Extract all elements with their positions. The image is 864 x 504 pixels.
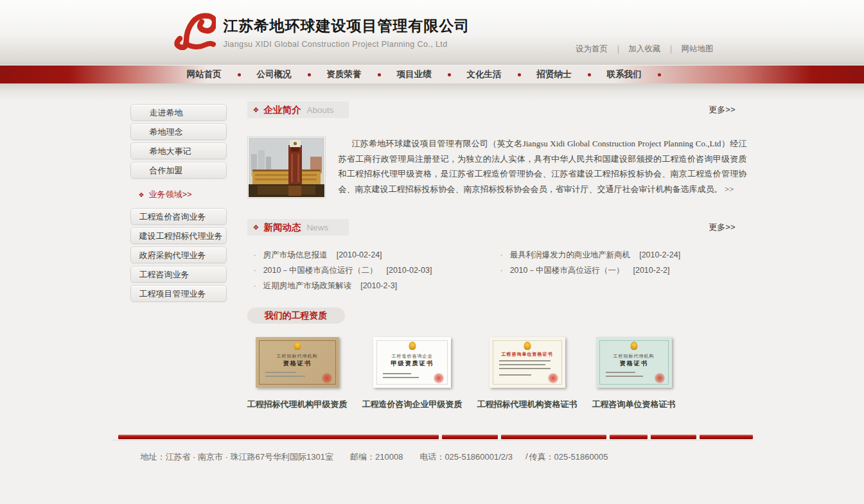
nav-separator-dot [518, 73, 521, 76]
nav-item-recruit[interactable]: 招贤纳士 [537, 69, 607, 80]
news-section-title: 新闻动态 [263, 222, 301, 234]
footer-zip: 邮编：210008 [350, 451, 403, 463]
red-seal-icon [655, 373, 665, 383]
certificate-figure: 工程招标代理机构 资格证书 工程咨询单位资格证书 [592, 337, 676, 410]
bullet-icon: · [500, 266, 503, 275]
top-utility-links: 设为首页 ｜ 加入收藏 ｜ 网站地图 [576, 44, 714, 55]
nav-separator-dot [448, 73, 451, 76]
sidebar-item-project-management[interactable]: 工程项目管理业务 [130, 285, 227, 302]
about-more-link[interactable]: 更多>> [709, 104, 735, 116]
company-logo-icon[interactable] [173, 12, 216, 50]
sidebar-item-bidding-agency[interactable]: 建设工程招标代理业务 [130, 227, 227, 244]
news-column-left: · 房产市场信息报道 [2010-02-24] · 2010－中国楼市高位运行（… [254, 247, 500, 293]
certificate-caption: 工程咨询单位资格证书 [592, 399, 676, 410]
news-column-right: · 最具利润爆发力的商业地产新商机 [2010-2-24] · 2010－中国楼… [500, 247, 747, 293]
nav-separator-dot [308, 73, 311, 76]
certificate-image[interactable]: 工程招标代理机构 资格证书 [596, 337, 672, 388]
main-content: ❖ 企业简介 Abouts 更多>> [247, 101, 747, 410]
news-more-link[interactable]: 更多>> [709, 222, 735, 233]
news-item-title: 近期房地产市场政策解读 [263, 281, 352, 291]
bullet-icon: · [254, 281, 256, 290]
certificates-row: 工程招标代理机构 资格证书 工程招标代理机构甲级资质 工程造价咨询企业 甲级资质… [247, 337, 747, 410]
nav-separator-dot [238, 73, 241, 76]
certificate-caption: 工程招标代理机构甲级资质 [247, 399, 348, 410]
news-item-title: 最具利润爆发力的商业地产新商机 [510, 250, 631, 261]
link-separator: ｜ [667, 44, 674, 55]
sidebar-item-cooperation[interactable]: 合作加盟 [130, 162, 227, 178]
footer-bar-segment [442, 435, 498, 439]
news-item-date: [2010-02-24] [337, 250, 382, 259]
company-name-en: Jiangsu XIDI Global Construction Project… [224, 40, 470, 49]
bullet-icon: · [254, 250, 256, 259]
business-areas-link[interactable]: ❖ 业务领域>> [139, 189, 227, 200]
footer-contact-info: 地址：江苏省 · 南京市 · 珠江路67号华利国际1301室 邮编：210008… [111, 451, 754, 463]
page-footer: 地址：江苏省 · 南京市 · 珠江路67号华利国际1301室 邮编：210008… [0, 435, 864, 463]
main-nav: 网站首页 公司概况 资质荣誉 项目业绩 文化生活 招贤纳士 联系我们 [0, 65, 864, 83]
nav-item-company[interactable]: 公司概况 [257, 69, 327, 80]
footer-bar-segment [501, 435, 606, 439]
nav-separator-dot [658, 73, 661, 76]
nav-item-contact[interactable]: 联系我们 [607, 69, 677, 80]
sidebar-item-engineering-consulting[interactable]: 工程咨询业务 [130, 266, 227, 282]
footer-address: 地址：江苏省 · 南京市 · 珠江路67号华利国际1301室 [141, 451, 334, 463]
footer-bar-segment [651, 435, 696, 439]
sidebar-item-gov-procurement[interactable]: 政府采购代理业务 [130, 247, 227, 263]
diamond-icon: ❖ [139, 191, 145, 198]
sidebar-item-xidi-philosophy[interactable]: 希地理念 [130, 123, 227, 140]
sidebar: 走进希地 希地理念 希地大事记 合作加盟 ❖ 业务领域>> 工程造价咨询业务 建… [130, 101, 227, 410]
sitemap-link[interactable]: 网站地图 [682, 44, 714, 55]
about-section-header: ❖ 企业简介 Abouts 更多>> [247, 101, 747, 118]
footer-phone: 电话：025-51860001/2/3 [419, 451, 513, 463]
company-name-cn: 江苏希地环球建设项目管理有限公司 [224, 16, 470, 36]
certificate-figure: 工程咨询单位资格证书 工程招标代理机构资格证书 [477, 337, 577, 410]
add-favorites-link[interactable]: 加入收藏 [628, 44, 660, 55]
footer-bar-segment [700, 435, 753, 439]
sidebar-item-about-xidi[interactable]: 走进希地 [130, 104, 227, 121]
nav-item-projects[interactable]: 项目业绩 [397, 69, 467, 80]
footer-bar-segment [610, 435, 648, 439]
diamond-icon: ❖ [253, 106, 260, 114]
national-emblem-icon [630, 342, 637, 350]
certificate-image[interactable]: 工程咨询单位资格证书 [489, 337, 565, 388]
page-header: 江苏希地环球建设项目管理有限公司 Jiangsu XIDI Global Con… [0, 0, 864, 65]
news-item[interactable]: · 最具利润爆发力的商业地产新商机 [2010-2-24] [500, 247, 747, 263]
certificate-figure: 工程招标代理机构 资格证书 工程招标代理机构甲级资质 [247, 337, 348, 410]
news-item-date: [2010-2-24] [639, 250, 680, 259]
footer-slash: / [525, 451, 528, 463]
brand-block: 江苏希地环球建设项目管理有限公司 Jiangsu XIDI Global Con… [224, 16, 470, 49]
news-item-date: [2010-2-3] [360, 281, 397, 290]
certificate-image[interactable]: 工程造价咨询企业 甲级资质证书 [373, 337, 451, 388]
national-emblem-icon [409, 342, 416, 350]
news-item-date: [2010-02-03] [386, 266, 432, 275]
nav-item-culture[interactable]: 文化生活 [467, 69, 537, 80]
nav-separator-dot [378, 73, 381, 76]
footer-red-bar [111, 435, 754, 439]
footer-fax: 传真：025-51860005 [529, 451, 608, 463]
qualifications-title-pill: 我们的工程资质 [247, 308, 345, 324]
national-emblem-icon [294, 342, 301, 350]
news-item-title: 房产市场信息报道 [263, 250, 328, 261]
footer-divider [111, 440, 754, 440]
certificate-caption: 工程招标代理机构资格证书 [477, 399, 577, 410]
sidebar-item-xidi-milestones[interactable]: 希地大事记 [130, 143, 227, 159]
hero-fade-strip [0, 83, 864, 101]
sidebar-item-cost-consulting[interactable]: 工程造价咨询业务 [130, 208, 227, 225]
set-homepage-link[interactable]: 设为首页 [576, 44, 608, 55]
news-item[interactable]: · 2010－中国楼市高位运行（一） [2010-2-2] [500, 263, 747, 278]
nav-separator-dot [588, 73, 591, 76]
nav-item-qualification[interactable]: 资质荣誉 [327, 69, 397, 80]
news-item[interactable]: · 2010－中国楼市高位运行（二） [2010-02-03] [254, 263, 500, 278]
certificate-image[interactable]: 工程招标代理机构 资格证书 [256, 337, 339, 388]
certificate-caption: 工程造价咨询企业甲级资质 [362, 399, 463, 410]
news-section-subtitle: News [306, 223, 328, 232]
news-item-title: 2010－中国楼市高位运行（二） [263, 265, 378, 276]
nav-item-home[interactable]: 网站首页 [187, 69, 257, 80]
certificate-figure: 工程造价咨询企业 甲级资质证书 工程造价咨询企业甲级资质 [362, 337, 463, 410]
news-item[interactable]: · 近期房地产市场政策解读 [2010-2-3] [254, 278, 500, 293]
link-separator: ｜ [614, 44, 622, 55]
news-item[interactable]: · 房产市场信息报道 [2010-02-24] [254, 247, 500, 263]
news-item-title: 2010－中国楼市高位运行（一） [510, 265, 624, 276]
company-building-photo [247, 136, 326, 198]
diamond-icon: ❖ [253, 223, 260, 232]
company-intro-paragraph: 江苏希地环球建设项目管理有限公司（英文名Jiangsu Xidi Global … [339, 136, 747, 198]
